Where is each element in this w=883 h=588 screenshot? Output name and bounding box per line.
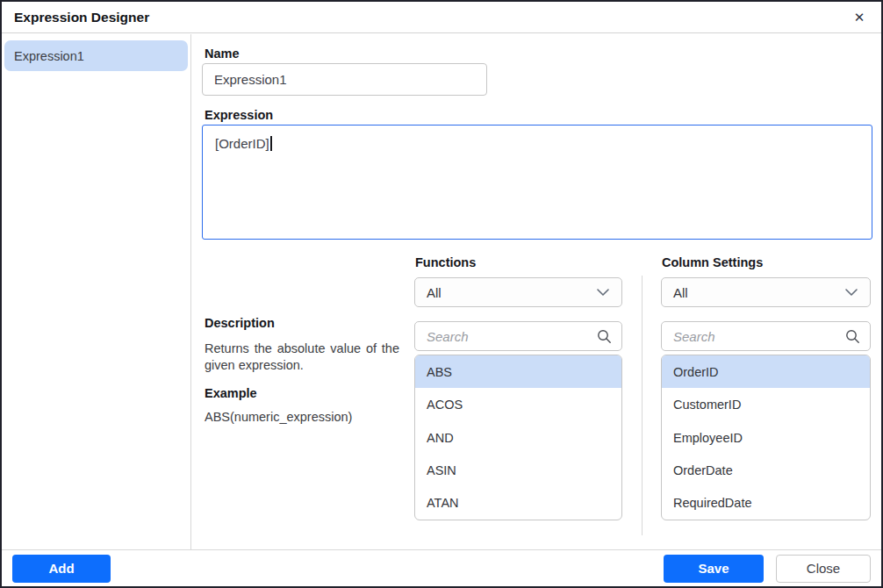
add-button[interactable]: Add [12, 555, 111, 583]
list-item[interactable]: ATAN [415, 487, 621, 520]
dialog-footer: Add Save Close [2, 549, 881, 586]
list-item-label: AND [427, 431, 454, 445]
column-settings-panel: All OrderID CustomerID EmployeeID OrderD… [661, 277, 871, 520]
column-settings-label: Column Settings [662, 255, 763, 269]
description-label: Description [205, 316, 275, 330]
dialog-titlebar: Expression Designer ✕ [2, 2, 881, 33]
list-item[interactable]: CustomerID [662, 388, 870, 420]
functions-filter-value: All [427, 285, 442, 300]
list-item-label: OrderID [673, 365, 719, 379]
sidebar-item-expression1[interactable]: Expression1 [4, 40, 188, 71]
columns-search-input[interactable] [662, 322, 870, 350]
text-caret [270, 136, 272, 151]
sidebar-item-label: Expression1 [14, 49, 84, 63]
expression-designer-dialog: Expression Designer ✕ Expression1 Name E… [0, 0, 883, 588]
dialog-title: Expression Designer [14, 10, 149, 25]
list-item-label: ABS [427, 365, 452, 379]
functions-label: Functions [415, 255, 476, 269]
chevron-down-icon [844, 288, 858, 297]
expression-list-sidebar: Expression1 [2, 34, 191, 549]
columns-filter-value: All [673, 285, 688, 300]
list-item[interactable]: EmployeeID [662, 421, 870, 454]
list-item[interactable]: RequiredDate [662, 487, 870, 520]
name-label: Name [205, 47, 240, 61]
list-item-label: OrderDate [673, 463, 733, 477]
list-item-label: ACOS [427, 398, 463, 412]
expression-text: [OrderID] [215, 136, 269, 151]
save-button[interactable]: Save [664, 555, 764, 583]
list-item[interactable]: ASIN [415, 454, 621, 486]
functions-search-input[interactable] [415, 322, 621, 350]
expression-editor[interactable]: [OrderID] [202, 125, 872, 240]
columns-filter-dropdown[interactable]: All [661, 277, 871, 307]
close-icon[interactable]: ✕ [850, 8, 869, 27]
list-item[interactable]: AND [415, 421, 621, 454]
description-text: Returns the absolute value of the given … [205, 341, 399, 374]
close-button[interactable]: Close [776, 555, 871, 583]
list-item-label: ASIN [427, 463, 456, 477]
name-input[interactable] [202, 63, 487, 96]
list-item[interactable]: OrderDate [662, 454, 870, 486]
expression-label: Expression [205, 108, 273, 122]
columns-list: OrderID CustomerID EmployeeID OrderDate … [661, 355, 871, 520]
functions-panel: All ABS ACOS AND ASIN ATAN [414, 277, 622, 520]
list-item-label: ATAN [427, 496, 459, 510]
list-item-label: RequiredDate [673, 496, 751, 510]
functions-filter-dropdown[interactable]: All [414, 277, 622, 307]
list-item[interactable]: ACOS [415, 388, 621, 420]
functions-search-box [414, 321, 622, 351]
example-text: ABS(numeric_expression) [205, 409, 406, 426]
example-label: Example [205, 386, 257, 400]
chevron-down-icon [596, 288, 610, 297]
functions-list: ABS ACOS AND ASIN ATAN [414, 355, 622, 520]
list-item-label: CustomerID [673, 398, 741, 412]
list-item-label: EmployeeID [673, 431, 743, 445]
columns-search-box [661, 321, 871, 351]
list-item[interactable]: ABS [415, 355, 621, 388]
list-item[interactable]: OrderID [662, 355, 870, 388]
panel-divider [642, 276, 643, 535]
